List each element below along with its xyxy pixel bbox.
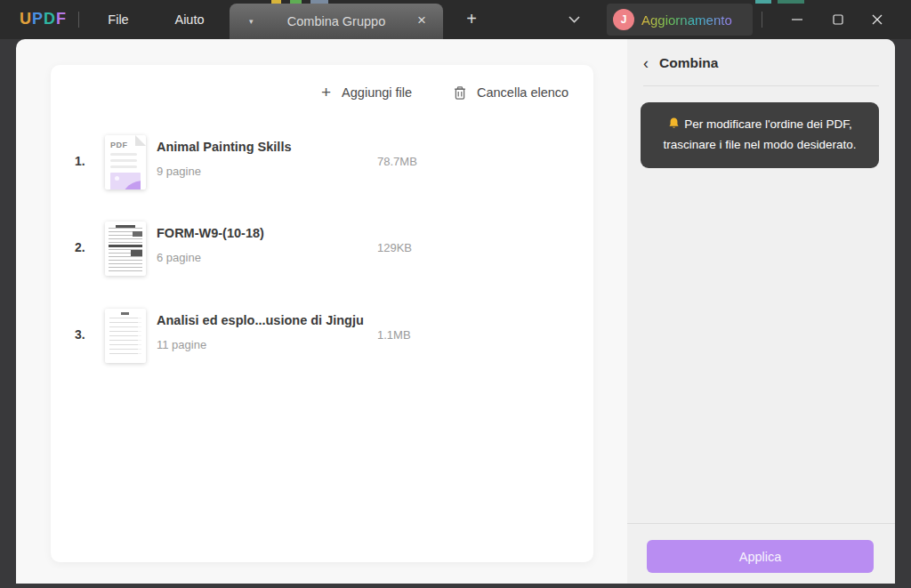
background-window-sliver <box>271 0 281 4</box>
file-thumbnail-pdf-icon: PDF <box>105 135 146 189</box>
chevron-down-icon <box>568 16 580 23</box>
add-file-button[interactable]: + Aggiungi file <box>321 81 412 104</box>
tab-list-dropdown-button[interactable] <box>562 0 585 39</box>
bell-icon <box>667 117 681 136</box>
sidebar-footer: Applica <box>627 523 895 584</box>
file-list-card: + Aggiungi file Cancella elenco 1. PDF <box>51 65 593 562</box>
file-index: 1. <box>75 154 85 168</box>
file-pages: 6 pagine <box>157 251 201 264</box>
logo-letter: D <box>44 10 56 28</box>
reorder-tip: Per modificare l'ordine dei PDF, trascin… <box>641 102 879 168</box>
maximize-button[interactable] <box>820 0 856 39</box>
back-icon[interactable]: ‹ <box>643 55 649 71</box>
add-file-label: Aggiungi file <box>342 85 412 100</box>
file-index: 3. <box>75 327 85 342</box>
close-icon <box>872 14 883 25</box>
file-name: FORM-W9-(10-18) <box>157 226 264 240</box>
thumb-image-placeholder <box>110 173 141 189</box>
titlebar-divider <box>78 12 79 28</box>
apply-button[interactable]: Applica <box>647 540 874 573</box>
file-size: 129KB <box>377 241 412 254</box>
trash-icon <box>453 85 467 101</box>
logo-letter: P <box>32 10 44 28</box>
thumb-line <box>110 159 137 162</box>
file-pages: 11 pagine <box>157 338 206 351</box>
updf-logo: UPDF <box>20 10 67 28</box>
page-fold <box>135 135 146 146</box>
new-tab-button[interactable]: + <box>457 0 486 39</box>
menu-file[interactable]: File <box>98 0 139 39</box>
file-thumbnail-document <box>105 309 146 363</box>
minimize-button[interactable] <box>779 0 815 39</box>
file-size: 1.1MB <box>377 328 411 342</box>
file-thumbnail-form <box>105 222 146 276</box>
reorder-tip-text: Per modificare l'ordine dei PDF, trascin… <box>664 117 857 151</box>
tab-close-icon[interactable]: × <box>411 4 432 39</box>
background-window-sliver <box>310 0 328 4</box>
minimize-icon <box>792 14 802 25</box>
tab-combina-gruppo[interactable]: ▾ Combina Gruppo × <box>230 4 443 39</box>
file-pages: 9 pagine <box>157 165 201 178</box>
background-window-sliver <box>755 0 771 4</box>
plus-icon: + <box>321 83 331 102</box>
sidebar-title: Combina <box>659 55 718 71</box>
titlebar: UPDF File Aiuto ▾ Combina Gruppo × + J A… <box>0 0 911 39</box>
clear-list-label: Cancella elenco <box>477 85 568 100</box>
combine-sidebar: ‹ Combina Per modificare l'ordine dei PD… <box>627 39 895 584</box>
update-label: Aggiornamento <box>641 12 732 28</box>
logo-letter: F <box>56 10 67 28</box>
logo-letter: U <box>20 10 32 28</box>
file-index: 2. <box>75 240 85 254</box>
close-button[interactable] <box>859 0 895 39</box>
file-row[interactable]: 1. PDF Animal Painting Skills 9 pagine 7… <box>51 135 593 190</box>
background-window-sliver <box>290 0 302 4</box>
background-window-sliver <box>778 0 804 4</box>
menu-help[interactable]: Aiuto <box>163 0 216 39</box>
maximize-icon <box>833 14 843 25</box>
file-row[interactable]: 3. Analisi ed esplo...usione di Jingju 1… <box>51 309 593 364</box>
file-row[interactable]: 2. FORM-W9-(10-18) 6 pagine 129KB <box>51 222 593 277</box>
thumb-line <box>110 165 137 168</box>
sidebar-divider <box>643 85 879 86</box>
clear-list-button[interactable]: Cancella elenco <box>453 81 568 104</box>
file-name: Analisi ed esplo...usione di Jingju <box>157 313 364 327</box>
titlebar-divider <box>762 12 762 28</box>
thumb-line <box>110 153 137 156</box>
file-name: Animal Painting Skills <box>157 140 291 154</box>
avatar[interactable]: J <box>613 9 634 30</box>
sidebar-header: ‹ Combina <box>643 55 718 71</box>
update-button[interactable]: J Aggiornamento <box>607 4 753 36</box>
file-size: 78.7MB <box>377 155 417 168</box>
